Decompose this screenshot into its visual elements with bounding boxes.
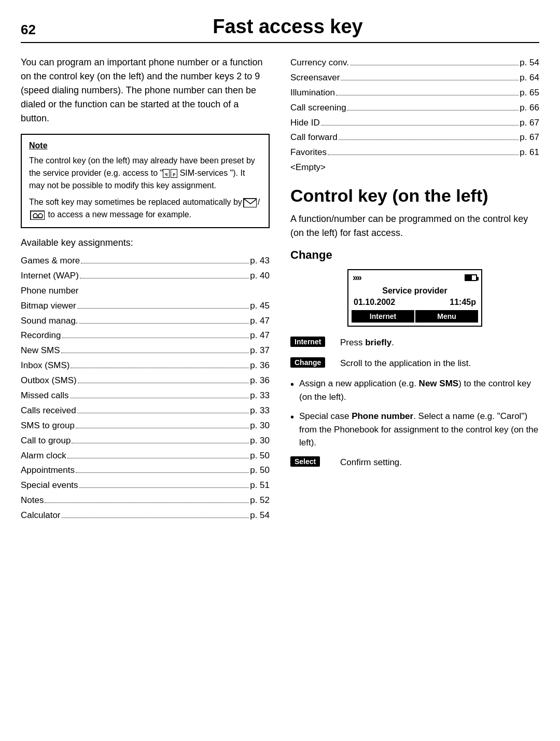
internet-button: Internet xyxy=(290,337,325,347)
list-item: Calculator p. 54 xyxy=(21,508,270,523)
instruction-text-change: Scroll to the application in the list. xyxy=(340,357,471,370)
battery-icon xyxy=(465,274,477,281)
page-number: 62 xyxy=(21,22,52,38)
list-item: Alarm clock p. 50 xyxy=(21,449,270,464)
section-intro: A function/number can be programmed on t… xyxy=(290,212,539,240)
list-item: Internet (WAP) p. 40 xyxy=(21,269,270,284)
bullet-item-1: • Assign a new application (e.g. New SMS… xyxy=(290,377,539,403)
list-item: Notes p. 52 xyxy=(21,493,270,508)
note-text: The control key (on the left) may alread… xyxy=(29,155,261,221)
bullet-dot-1: • xyxy=(290,376,294,403)
signal-bars: ›››› xyxy=(353,272,361,283)
list-item: Call screening p. 66 xyxy=(290,101,539,116)
note-box: Note The control key (on the left) may a… xyxy=(21,134,270,228)
instruction-text-internet: Press briefly. xyxy=(340,336,394,349)
assignments-header: Available key assignments: xyxy=(21,237,270,248)
bullet-list: • Assign a new application (e.g. New SMS… xyxy=(290,377,539,450)
briefly-text: briefly xyxy=(365,338,391,347)
list-item: Currency conv. p. 54 xyxy=(290,55,539,71)
phone-mockup: ›››› Service provider 01.10.2002 11:45p … xyxy=(347,269,482,327)
voicemail-icon xyxy=(30,211,45,220)
key-select: Select xyxy=(290,456,332,467)
list-item: Inbox (SMS) p. 36 xyxy=(21,358,270,373)
change-button: Change xyxy=(290,357,325,368)
list-item: Phone number xyxy=(21,284,270,299)
softkey-left: Internet xyxy=(352,310,414,323)
envelope-icon xyxy=(243,198,257,207)
list-item: Special events p. 51 xyxy=(21,478,270,493)
list-item: Screensaver p. 64 xyxy=(290,71,539,86)
phone-date: 01.10.2002 xyxy=(354,298,395,307)
new-sms-highlight: New SMS xyxy=(419,379,459,388)
list-item: Favorites p. 61 xyxy=(290,145,539,160)
list-item: Call forward p. 67 xyxy=(290,130,539,145)
bullet-item-2: • Special case Phone number. Select a na… xyxy=(290,410,539,450)
list-item: Outbox (SMS) p. 36 xyxy=(21,373,270,388)
phone-softkeys: Internet Menu xyxy=(348,308,481,326)
note-paragraph-2: The soft key may sometimes be replaced a… xyxy=(29,196,261,221)
key-internet: Internet xyxy=(290,336,332,347)
softkey-right: Menu xyxy=(415,310,478,323)
list-item: New SMS p. 37 xyxy=(21,343,270,358)
page-title: Fast access key xyxy=(67,16,539,38)
section-title: Control key (on the left) xyxy=(290,186,539,206)
select-button: Select xyxy=(290,456,320,467)
key-change: Change xyxy=(290,357,332,368)
list-item: Calls received p. 33 xyxy=(21,403,270,418)
instruction-text-select: Confirm setting. xyxy=(340,456,402,469)
signal-icon: ›››› xyxy=(353,272,361,283)
note-paragraph-1: The control key (on the left) may alread… xyxy=(29,155,261,192)
list-item: Sound manag. p. 47 xyxy=(21,314,270,329)
list-item: Call to group p. 30 xyxy=(21,434,270,449)
list-item: Appointments p. 50 xyxy=(21,463,270,478)
list-item: SMS to group p. 30 xyxy=(21,418,270,434)
right-column: Currency conv. p. 54 Screensaver p. 64 I… xyxy=(290,55,539,523)
instruction-select: Select Confirm setting. xyxy=(290,456,539,469)
bullet-text-2: Special case Phone number. Select a name… xyxy=(299,410,539,450)
instruction-internet: Internet Press briefly. xyxy=(290,336,539,349)
main-content: You can program an important phone numbe… xyxy=(21,55,539,523)
list-item: Missed calls p. 33 xyxy=(21,388,270,403)
battery-fill xyxy=(466,275,472,280)
list-item: Illumination p. 65 xyxy=(290,86,539,101)
left-column: You can program an important phone numbe… xyxy=(21,55,270,523)
bullet-text-1: Assign a new application (e.g. New SMS) … xyxy=(299,377,539,403)
phone-time: 11:45p xyxy=(450,298,476,307)
phone-number-highlight: Phone number xyxy=(352,411,413,421)
phone-datetime: 01.10.2002 11:45p xyxy=(348,297,481,308)
instruction-change: Change Scroll to the application in the … xyxy=(290,357,539,370)
list-item: <Empty> xyxy=(290,160,539,175)
assignments-list: Games & more p. 43 Internet (WAP) p. 40 … xyxy=(21,254,270,523)
note-label: Note xyxy=(29,141,261,150)
list-item: Bitmap viewer p. 45 xyxy=(21,299,270,314)
subsection-title: Change xyxy=(290,248,539,262)
intro-paragraph: You can program an important phone numbe… xyxy=(21,55,270,125)
phone-provider: Service provider xyxy=(348,285,481,297)
bullet-dot-2: • xyxy=(290,409,294,450)
page-header: 62 Fast access key xyxy=(21,16,539,43)
phone-status-bar: ›››› xyxy=(348,270,481,285)
list-item: Recording p. 47 xyxy=(21,328,270,343)
sim-icon-1: qp xyxy=(163,169,177,178)
toc-continuation: Currency conv. p. 54 Screensaver p. 64 I… xyxy=(290,55,539,175)
list-item: Hide ID p. 67 xyxy=(290,116,539,131)
list-item: Games & more p. 43 xyxy=(21,254,270,269)
